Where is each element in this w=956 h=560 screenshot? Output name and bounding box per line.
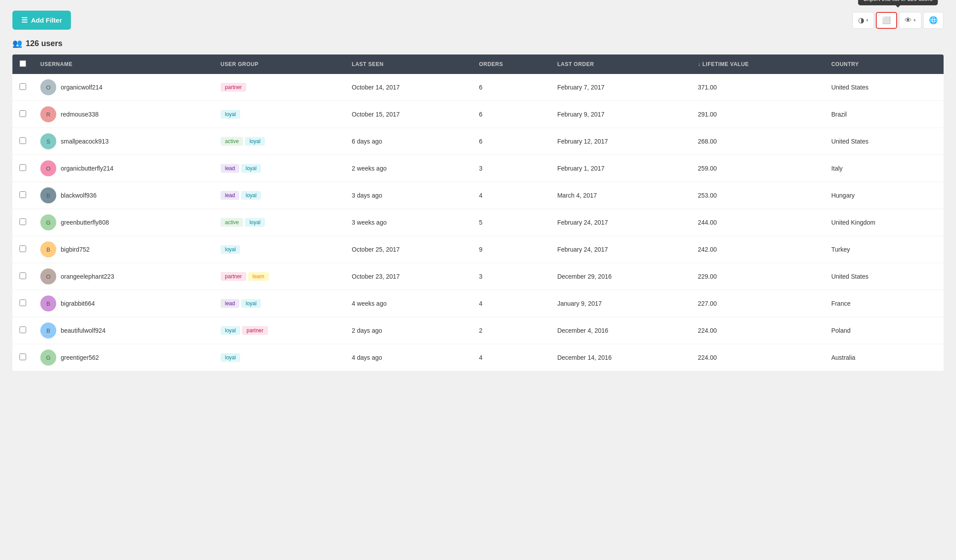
top-bar: ☰ Add Filter Export this list of 126 use… [12,11,944,30]
tag-active: active [221,137,243,146]
lifetime-value-cell: 253.00 [691,182,824,209]
select-all-checkbox[interactable] [19,60,26,67]
table-row: O orangeelephant223 partnerteamOctober 2… [12,263,944,290]
row-checkbox[interactable] [19,137,26,144]
last-order-cell: March 4, 2017 [550,182,691,209]
orders-cell: 3 [472,155,550,182]
last-order-cell: February 12, 2017 [550,128,691,155]
username: blackwolf936 [61,192,97,199]
avatar: O [40,79,56,95]
globe-button[interactable]: 🌐 [923,12,944,29]
last-seen-cell: 3 days ago [345,182,472,209]
row-checkbox[interactable] [19,327,26,333]
add-filter-label: Add Filter [31,16,62,24]
avatar: B [40,187,56,203]
table-row: O organicwolf214 partnerOctober 14, 2017… [12,74,944,101]
username: redmouse338 [61,111,99,118]
visibility-button[interactable]: 👁 ▾ [899,12,921,29]
avatar: O [40,268,56,284]
user-group-cell: loyal [214,236,345,263]
row-checkbox[interactable] [19,354,26,360]
row-checkbox[interactable] [19,110,26,117]
row-checkbox[interactable] [19,299,26,306]
lifetime-value-cell: 242.00 [691,236,824,263]
row-checkbox[interactable] [19,272,26,279]
table-row: S smallpeacock913 activeloyal6 days ago6… [12,128,944,155]
user-group-cell: leadloyal [214,290,345,317]
lifetime-value-cell: 291.00 [691,101,824,128]
orders-cell: 5 [472,209,550,236]
table-row: B blackwolf936 leadloyal3 days ago4March… [12,182,944,209]
last-order-cell: February 7, 2017 [550,74,691,101]
table-header: USERNAME USER GROUP LAST SEEN ORDERS LAS… [12,54,944,74]
last-seen-cell: 3 weeks ago [345,209,472,236]
last-seen-header: LAST SEEN [345,54,472,74]
last-seen-cell: October 23, 2017 [345,263,472,290]
orders-cell: 4 [472,290,550,317]
user-group-cell: partnerteam [214,263,345,290]
tag-team: team [248,272,269,281]
username: smallpeacock913 [61,138,109,145]
username-header: USERNAME [33,54,214,74]
user-group-cell: loyal [214,344,345,371]
table-row: B bigrabbit664 leadloyal4 weeks ago4Janu… [12,290,944,317]
row-checkbox[interactable] [19,191,26,198]
row-checkbox[interactable] [19,164,26,171]
visibility-dropdown-icon: ▾ [913,18,916,23]
export-icon: ⬜ [882,16,891,24]
user-cell: G greentiger562 [40,350,206,366]
last-order-cell: December 29, 2016 [550,263,691,290]
table-row: G greenbutterfly808 activeloyal3 weeks a… [12,209,944,236]
segments-icon: ◑ [858,16,864,24]
table-row: O organicbutterfly214 leadloyal2 weeks a… [12,155,944,182]
last-order-cell: February 1, 2017 [550,155,691,182]
segments-button[interactable]: ◑ ▾ [852,12,874,29]
row-checkbox[interactable] [19,245,26,252]
tag-active: active [221,218,243,227]
users-count-row: 👥 126 users [12,39,944,48]
row-checkbox[interactable] [19,218,26,225]
tag-lead: lead [221,191,240,200]
lifetime-value-cell: 229.00 [691,263,824,290]
username: greenbutterfly808 [61,219,109,226]
country-cell: United States [824,128,944,155]
last-order-cell: February 9, 2017 [550,101,691,128]
country-cell: France [824,290,944,317]
table-row: R redmouse338 loyalOctober 15, 20176Febr… [12,101,944,128]
last-order-cell: December 14, 2016 [550,344,691,371]
avatar: R [40,106,56,122]
username: bigrabbit664 [61,300,95,307]
table-row: G greentiger562 loyal4 days ago4December… [12,344,944,371]
orders-cell: 6 [472,128,550,155]
orders-cell: 4 [472,344,550,371]
lifetime-value-cell: 224.00 [691,344,824,371]
avatar: G [40,214,56,230]
tag-lead: lead [221,299,240,308]
row-checkbox[interactable] [19,83,26,90]
country-cell: United States [824,263,944,290]
filter-icon: ☰ [21,16,27,24]
tag-loyal: loyal [221,326,241,335]
lifetime-value-header: ↓ LIFETIME VALUE [691,54,824,74]
lifetime-value-cell: 371.00 [691,74,824,101]
orders-cell: 9 [472,236,550,263]
globe-icon: 🌐 [929,16,938,24]
checkbox-header [12,54,33,74]
user-cell: O organicbutterfly214 [40,160,206,176]
orders-header: ORDERS [472,54,550,74]
export-button[interactable]: ⬜ [876,12,897,29]
avatar: B [40,296,56,311]
orders-cell: 3 [472,263,550,290]
lifetime-value-cell: 224.00 [691,317,824,344]
last-order-cell: January 9, 2017 [550,290,691,317]
country-cell: Brazil [824,101,944,128]
tag-partner: partner [221,272,246,281]
country-cell: Turkey [824,236,944,263]
last-order-cell: February 24, 2017 [550,209,691,236]
lifetime-value-cell: 244.00 [691,209,824,236]
add-filter-button[interactable]: ☰ Add Filter [12,11,71,30]
export-tooltip: Export this list of 126 users [858,0,938,5]
country-cell: Hungary [824,182,944,209]
tag-loyal: loyal [221,245,241,254]
users-icon: 👥 [12,39,22,48]
